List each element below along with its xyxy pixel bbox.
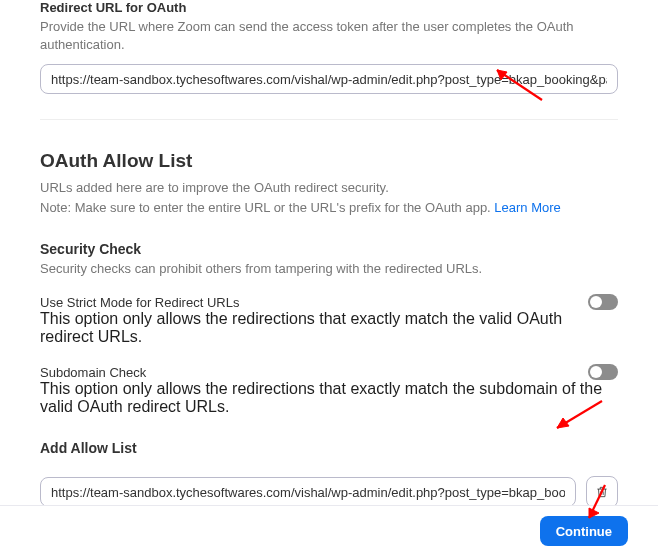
strict-mode-toggle[interactable] <box>588 294 618 310</box>
strict-mode-label: Use Strict Mode for Redirect URLs <box>40 295 239 310</box>
strict-mode-hint: This option only allows the redirections… <box>40 310 618 346</box>
add-allow-list-title: Add Allow List <box>40 440 618 456</box>
oauth-allow-list-hint-line2-prefix: Note: Make sure to enter the entire URL … <box>40 200 494 215</box>
subdomain-check-label: Subdomain Check <box>40 365 146 380</box>
security-check-section: Security Check Security checks can prohi… <box>40 241 618 276</box>
security-check-title: Security Check <box>40 241 618 257</box>
strict-mode-block: Use Strict Mode for Redirect URLs This o… <box>40 294 618 346</box>
subdomain-check-block: Subdomain Check This option only allows … <box>40 364 618 416</box>
oauth-allow-list-title: OAuth Allow List <box>40 150 618 172</box>
delete-allow-list-button[interactable] <box>586 476 618 508</box>
redirect-url-section: Redirect URL for OAuth Provide the URL w… <box>40 0 618 94</box>
footer: Continue <box>0 505 658 556</box>
redirect-url-hint: Provide the URL where Zoom can send the … <box>40 18 618 54</box>
subdomain-check-hint: This option only allows the redirections… <box>40 380 618 416</box>
divider <box>40 119 618 120</box>
oauth-allow-list-hint: URLs added here are to improve the OAuth… <box>40 178 618 217</box>
content: Redirect URL for OAuth Provide the URL w… <box>0 0 658 554</box>
oauth-allow-list-hint-line1: URLs added here are to improve the OAuth… <box>40 180 389 195</box>
security-check-hint: Security checks can prohibit others from… <box>40 261 618 276</box>
continue-button[interactable]: Continue <box>540 516 628 546</box>
add-allow-list-input[interactable] <box>40 477 576 507</box>
page: Redirect URL for OAuth Provide the URL w… <box>0 0 658 556</box>
learn-more-link[interactable]: Learn More <box>494 200 560 215</box>
subdomain-check-toggle[interactable] <box>588 364 618 380</box>
trash-icon <box>595 485 609 499</box>
redirect-url-title: Redirect URL for OAuth <box>40 0 618 15</box>
redirect-url-input[interactable] <box>40 64 618 94</box>
